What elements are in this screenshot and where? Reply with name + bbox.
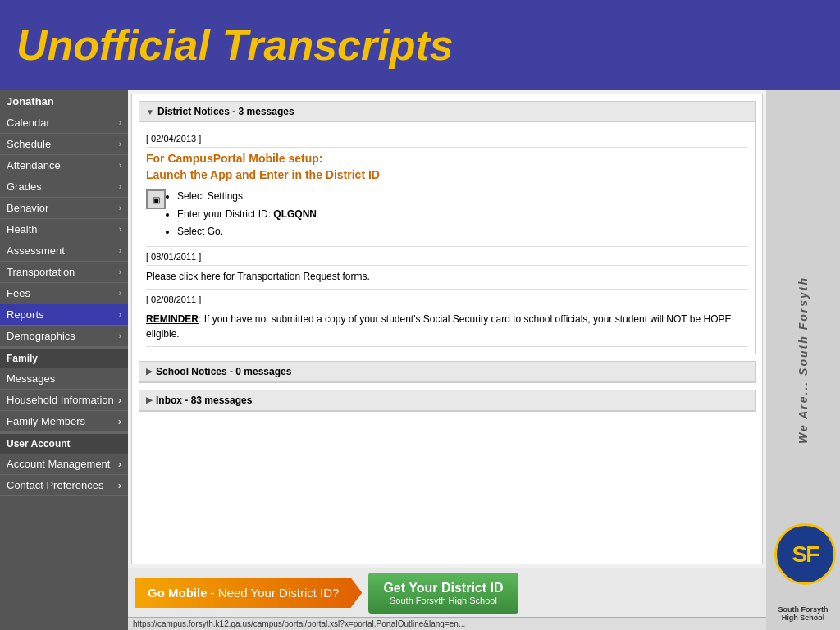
inbox-header: ▶ Inbox - 83 messages bbox=[139, 390, 755, 411]
district-notices-body: [ 02/04/2013 ] For CampusPortal Mobile s… bbox=[139, 122, 755, 354]
notice-date-2: [ 08/01/2011 ] bbox=[146, 252, 748, 266]
sidebar-item-reports[interactable]: Reports › bbox=[0, 304, 128, 326]
notice-steps-list: Select Settings. Enter your District ID:… bbox=[174, 188, 317, 241]
chevron-icon: › bbox=[119, 182, 121, 191]
sidebar-item-attendance[interactable]: Attendance › bbox=[0, 155, 128, 176]
content-area: ▼ District Notices - 3 messages [ 02/04/… bbox=[128, 90, 766, 630]
sidebar-section-user-account: User Account bbox=[0, 432, 128, 454]
sidebar-item-behavior[interactable]: Behavior › bbox=[0, 198, 128, 219]
sidebar-item-assessment[interactable]: Assessment › bbox=[0, 240, 128, 262]
step-2: Enter your District ID: QLGQNN bbox=[177, 206, 317, 224]
go-mobile-sub: - Need Your District ID? bbox=[208, 586, 340, 600]
reminder-label: REMINDER bbox=[146, 313, 199, 325]
url-text: https://campus.forsyth.k12.ga.us/campus/… bbox=[133, 619, 465, 628]
vertical-text: We Are... South Forsyth bbox=[797, 276, 810, 444]
notice-entry-1: [ 02/04/2013 ] For CampusPortal Mobile s… bbox=[146, 129, 748, 247]
sidebar-item-calendar[interactable]: Calendar › bbox=[0, 112, 128, 134]
chevron-icon: › bbox=[119, 289, 121, 298]
district-notices-label: District Notices - 3 messages bbox=[158, 106, 294, 117]
inbox-section: ▶ Inbox - 83 messages bbox=[139, 390, 756, 412]
chevron-icon: › bbox=[119, 331, 121, 340]
chevron-icon: › bbox=[119, 161, 121, 170]
url-bar: https://campus.forsyth.k12.ga.us/campus/… bbox=[128, 617, 766, 630]
page-title: Unofficial Transcripts bbox=[16, 21, 454, 70]
notice-headline-1: For CampusPortal Mobile setup: Launch th… bbox=[146, 151, 748, 183]
sidebar-item-messages[interactable]: Messages bbox=[0, 368, 128, 390]
logo-oval: SF bbox=[774, 523, 836, 585]
collapse-icon[interactable]: ▼ bbox=[146, 107, 154, 116]
district-notices-section: ▼ District Notices - 3 messages [ 02/04/… bbox=[139, 101, 756, 354]
sidebar-item-family-members[interactable]: Family Members › bbox=[0, 411, 128, 432]
school-notices-label: School Notices - 0 messages bbox=[156, 366, 291, 377]
chevron-icon: › bbox=[119, 310, 121, 319]
notice-text-2: Please click here for Transportation Req… bbox=[146, 269, 748, 284]
sidebar-item-household[interactable]: Household Information › bbox=[0, 390, 128, 411]
sidebar-item-schedule[interactable]: Schedule › bbox=[0, 134, 128, 155]
sidebar-item-demographics[interactable]: Demographics › bbox=[0, 326, 128, 347]
chevron-icon: › bbox=[119, 267, 121, 276]
notice-steps: ▣ Select Settings. Enter your District I… bbox=[146, 188, 748, 241]
go-mobile-label: Go Mobile bbox=[148, 586, 208, 600]
sidebar-item-health[interactable]: Health › bbox=[0, 219, 128, 240]
portal-content: ▼ District Notices - 3 messages [ 02/04/… bbox=[131, 94, 763, 564]
district-notices-header: ▼ District Notices - 3 messages bbox=[139, 102, 755, 122]
chevron-icon: › bbox=[118, 458, 121, 470]
chevron-icon: › bbox=[119, 225, 121, 234]
school-name-bottom: South ForsythHigh School bbox=[766, 605, 840, 622]
school-logo: SF bbox=[774, 523, 836, 585]
collapse-icon[interactable]: ▶ bbox=[146, 367, 153, 376]
sidebar: Jonathan Calendar › Schedule › Attendanc… bbox=[0, 90, 128, 630]
sidebar-item-fees[interactable]: Fees › bbox=[0, 283, 128, 304]
bottom-banner: Go Mobile - Need Your District ID? Get Y… bbox=[128, 568, 766, 617]
school-notices-section: ▶ School Notices - 0 messages bbox=[139, 361, 756, 383]
chevron-icon: › bbox=[118, 415, 121, 427]
chevron-icon: › bbox=[119, 203, 121, 212]
right-panel: We Are... South Forsyth SF South Forsyth… bbox=[766, 90, 840, 630]
sidebar-username: Jonathan bbox=[0, 90, 128, 112]
collapse-icon[interactable]: ▶ bbox=[146, 395, 153, 404]
step-1: Select Settings. bbox=[177, 188, 317, 206]
header-banner: Unofficial Transcripts bbox=[0, 0, 840, 90]
chevron-icon: › bbox=[119, 118, 121, 127]
logo-letters: SF bbox=[792, 541, 819, 568]
chevron-icon: › bbox=[119, 246, 121, 255]
notice-date-3: [ 02/08/2011 ] bbox=[146, 294, 748, 308]
sidebar-item-contact-preferences[interactable]: Contact Preferences › bbox=[0, 475, 128, 496]
go-mobile-button[interactable]: Go Mobile - Need Your District ID? bbox=[135, 578, 362, 608]
sidebar-item-transportation[interactable]: Transportation › bbox=[0, 262, 128, 283]
notice-entry-3: [ 02/08/2011 ] REMINDER: If you have not… bbox=[146, 290, 748, 347]
sidebar-item-account-management[interactable]: Account Management › bbox=[0, 454, 128, 475]
notice-entry-2: [ 08/01/2011 ] Please click here for Tra… bbox=[146, 247, 748, 290]
chevron-icon: › bbox=[119, 139, 121, 148]
chevron-icon: › bbox=[118, 479, 121, 491]
school-notices-header: ▶ School Notices - 0 messages bbox=[139, 362, 755, 382]
notice-date-1: [ 02/04/2013 ] bbox=[146, 134, 748, 148]
sidebar-section-family: Family bbox=[0, 347, 128, 368]
chevron-icon: › bbox=[118, 394, 121, 406]
inbox-label: Inbox - 83 messages bbox=[156, 395, 252, 406]
get-district-label: Get Your District ID bbox=[383, 581, 503, 596]
app-icon: ▣ bbox=[146, 189, 166, 209]
get-district-button[interactable]: Get Your District ID South Forsyth High … bbox=[368, 573, 518, 614]
notice-text-3: REMINDER: If you have not submitted a co… bbox=[146, 312, 748, 341]
school-name-label: South Forsyth High School bbox=[390, 596, 497, 605]
step-3: Select Go. bbox=[177, 223, 317, 241]
sidebar-item-grades[interactable]: Grades › bbox=[0, 176, 128, 198]
main-layout: Jonathan Calendar › Schedule › Attendanc… bbox=[0, 90, 840, 630]
